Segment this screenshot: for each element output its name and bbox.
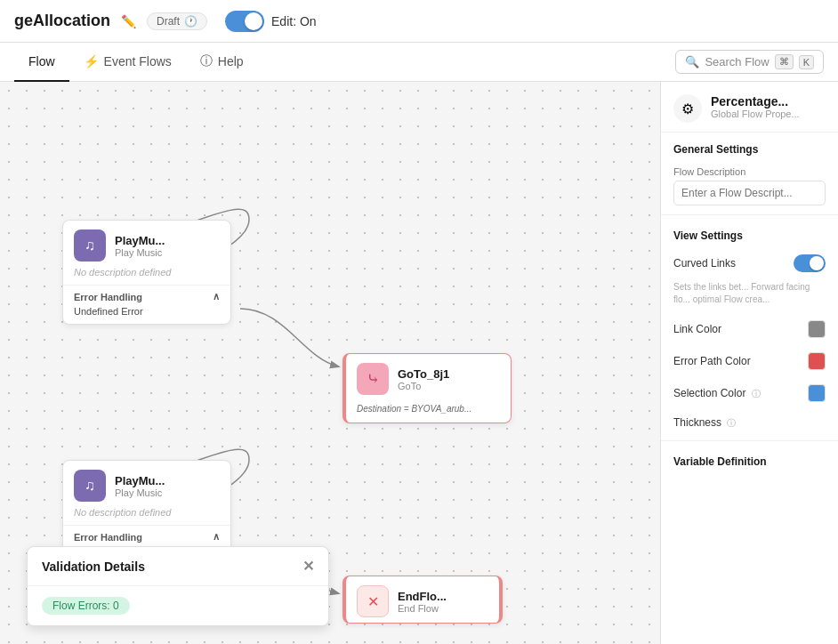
error-path-color-row: Error Path Color	[661, 345, 838, 377]
right-panel: ⚙ Percentage... Global Flow Prope... Gen…	[660, 82, 838, 644]
section-label: Error Handling	[74, 292, 142, 302]
tab-event-flows[interactable]: ⚡ Event Flows	[69, 43, 186, 82]
curved-links-row: Curved Links	[661, 247, 838, 279]
tab-flow[interactable]: Flow	[14, 43, 69, 82]
panel-subtitle: Global Flow Prope...	[711, 109, 800, 119]
error-handling-section: Error Handling ∧ Undefined Error	[63, 285, 230, 324]
goto-description: Destination = BYOVA_arub...	[346, 404, 511, 423]
tab-help[interactable]: ⓘ Help	[186, 43, 258, 82]
edit-toggle[interactable]	[225, 11, 264, 32]
validation-title: Validation Details	[42, 559, 145, 574]
section-label: Error Handling	[74, 532, 142, 543]
thickness-row: Thickness ⓘ	[661, 409, 838, 437]
variable-definition-title: Variable Definition	[661, 445, 838, 473]
search-placeholder: Search Flow	[705, 55, 769, 68]
node-subtitle: GoTo	[398, 381, 449, 391]
clock-icon: 🕐	[184, 15, 197, 28]
edit-toggle-container: Edit: On	[225, 11, 317, 32]
flow-description-label: Flow Description	[673, 166, 826, 177]
panel-header: ⚙ Percentage... Global Flow Prope...	[661, 82, 838, 133]
tab-help-label: Help	[218, 54, 244, 68]
node-subtitle: End Flow	[398, 603, 447, 614]
error-path-color-swatch[interactable]	[808, 352, 826, 370]
flow-description-field: Flow Description	[661, 161, 838, 211]
draft-label: Draft	[157, 15, 180, 28]
lightning-icon: ⚡	[84, 54, 99, 68]
curved-links-label: Curved Links	[673, 257, 736, 270]
panel-title-info: Percentage... Global Flow Prope...	[711, 94, 800, 119]
link-color-row: Link Color	[661, 313, 838, 345]
node-icon: ♫	[74, 470, 106, 502]
curved-links-desc: Sets the links bet... Forward facing flo…	[661, 279, 838, 313]
search-icon: 🔍	[685, 55, 699, 68]
view-settings-title: View Settings	[661, 219, 838, 247]
edit-label: Edit: On	[271, 14, 317, 28]
validation-header: Validation Details ✕	[28, 547, 328, 586]
app-header: geAllocation ✏️ Draft 🕐 Edit: On	[0, 0, 838, 43]
node-header: ⤷ GoTo_8j1 GoTo	[346, 354, 511, 404]
k-key: K	[799, 55, 814, 69]
node-info: GoTo_8j1 GoTo	[398, 367, 449, 391]
flow-description-input[interactable]	[673, 181, 826, 205]
chevron-up-icon: ∧	[213, 291, 220, 302]
selection-color-swatch[interactable]	[808, 384, 826, 402]
curved-links-toggle[interactable]	[794, 254, 826, 272]
error-item: Undefined Error	[74, 302, 220, 318]
node-header: ♫ PlayMu... Play Music	[63, 221, 230, 267]
info-icon-thickness: ⓘ	[727, 418, 736, 428]
edit-icon[interactable]: ✏️	[121, 14, 136, 28]
node-description: No description defined	[63, 267, 230, 285]
help-icon: ⓘ	[200, 53, 213, 69]
goto-node[interactable]: ⤷ GoTo_8j1 GoTo Destination = BYOVA_arub…	[342, 353, 512, 423]
node-title: EndFlo...	[398, 590, 447, 603]
draft-badge: Draft 🕐	[147, 12, 207, 30]
cmd-key: ⌘	[775, 54, 794, 69]
flow-canvas[interactable]: ♫ PlayMu... Play Music No description de…	[0, 82, 660, 644]
validation-body: Flow Errors: 0	[28, 586, 328, 625]
general-settings-title: General Settings	[661, 133, 838, 161]
close-icon[interactable]: ✕	[302, 558, 314, 575]
chevron-up-icon: ∧	[213, 531, 220, 543]
divider	[661, 214, 838, 215]
gear-icon: ⚙	[673, 94, 702, 123]
error-path-color-label: Error Path Color	[673, 355, 751, 367]
thickness-label: Thickness ⓘ	[673, 416, 736, 430]
nav-tabs: Flow ⚡ Event Flows ⓘ Help 🔍 Search Flow …	[0, 43, 838, 82]
node-header: ♫ PlayMu... Play Music	[63, 461, 230, 507]
node-icon: ♫	[74, 229, 106, 262]
node-info: PlayMu... Play Music	[115, 474, 165, 498]
flow-errors-badge: Flow Errors: 0	[42, 597, 130, 615]
link-color-swatch[interactable]	[808, 320, 826, 338]
node-icon: ✕	[357, 585, 389, 617]
section-header: Error Handling ∧	[74, 531, 220, 543]
node-description: No description defined	[63, 507, 230, 525]
node-title: GoTo_8j1	[398, 367, 449, 381]
node-info: EndFlo... End Flow	[398, 590, 447, 614]
play-music-node-1[interactable]: ♫ PlayMu... Play Music No description de…	[62, 220, 231, 325]
node-icon: ⤷	[357, 363, 389, 395]
divider-2	[661, 440, 838, 441]
info-icon: ⓘ	[752, 389, 761, 398]
end-flow-node[interactable]: ✕ EndFlo... End Flow	[342, 576, 503, 624]
tab-event-flows-label: Event Flows	[104, 54, 172, 68]
tab-flow-label: Flow	[28, 54, 55, 68]
node-title: PlayMu...	[115, 234, 165, 247]
node-subtitle: Play Music	[115, 247, 165, 258]
node-title: PlayMu...	[115, 474, 165, 487]
selection-color-label: Selection Color ⓘ	[673, 387, 761, 400]
main-content: ♫ PlayMu... Play Music No description de…	[0, 82, 838, 644]
section-header: Error Handling ∧	[74, 291, 220, 302]
node-subtitle: Play Music	[115, 487, 165, 498]
page-title: geAllocation	[14, 12, 110, 30]
node-header: ✕ EndFlo... End Flow	[346, 576, 499, 623]
panel-title: Percentage...	[711, 94, 800, 109]
selection-color-row: Selection Color ⓘ	[661, 377, 838, 409]
link-color-label: Link Color	[673, 323, 721, 335]
node-info: PlayMu... Play Music	[115, 234, 165, 258]
search-box[interactable]: 🔍 Search Flow ⌘ K	[675, 50, 824, 74]
validation-panel: Validation Details ✕ Flow Errors: 0	[27, 546, 329, 626]
